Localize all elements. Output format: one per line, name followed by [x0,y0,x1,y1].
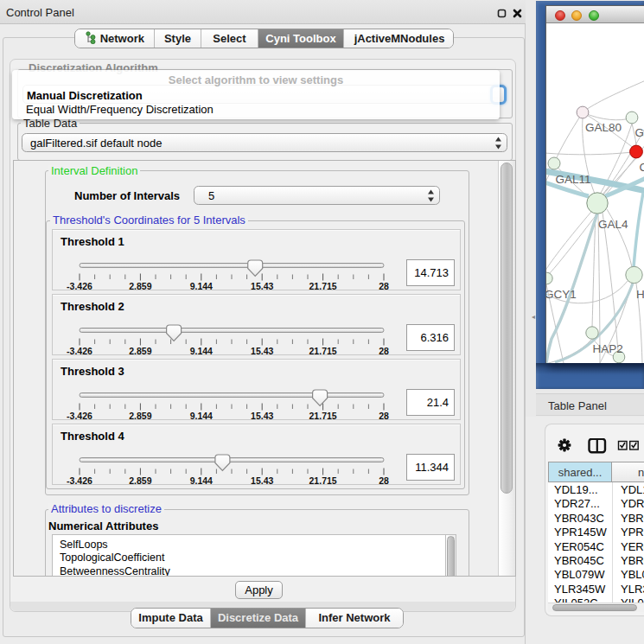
svg-text:15.43: 15.43 [251,346,273,356]
svg-text:9.144: 9.144 [190,475,213,486]
svg-text:2.859: 2.859 [129,281,151,291]
svg-text:GAL4: GAL4 [598,218,628,231]
svg-text:GA: GA [635,126,644,139]
svg-text:2.859: 2.859 [129,475,151,486]
svg-text:28: 28 [379,346,389,356]
svg-text:9.144: 9.144 [190,281,213,291]
svg-text:15.43: 15.43 [251,411,273,421]
svg-text:21.715: 21.715 [309,411,337,421]
svg-text:15.43: 15.43 [251,281,273,291]
svg-text:GAL11: GAL11 [556,173,591,186]
svg-text:HAP2: HAP2 [593,342,623,355]
svg-text:C: C [640,161,644,174]
svg-text:15.43: 15.43 [251,475,273,486]
svg-text:28: 28 [379,281,389,291]
svg-text:HI: HI [636,288,644,301]
svg-text:-3.426: -3.426 [67,346,92,356]
svg-text:28: 28 [379,475,389,486]
svg-text:GCY1: GCY1 [546,288,577,301]
svg-text:2.859: 2.859 [129,346,151,356]
svg-text:2.859: 2.859 [129,411,151,421]
svg-text:9.144: 9.144 [190,346,213,356]
svg-text:21.715: 21.715 [309,281,337,291]
svg-text:GAL80: GAL80 [585,121,622,134]
svg-text:-3.426: -3.426 [67,281,92,291]
svg-text:21.715: 21.715 [309,346,337,356]
svg-text:28: 28 [379,411,389,421]
svg-text:21.715: 21.715 [309,475,337,486]
svg-text:9.144: 9.144 [190,411,213,421]
svg-text:-3.426: -3.426 [67,475,92,486]
svg-text:-3.426: -3.426 [67,411,92,421]
